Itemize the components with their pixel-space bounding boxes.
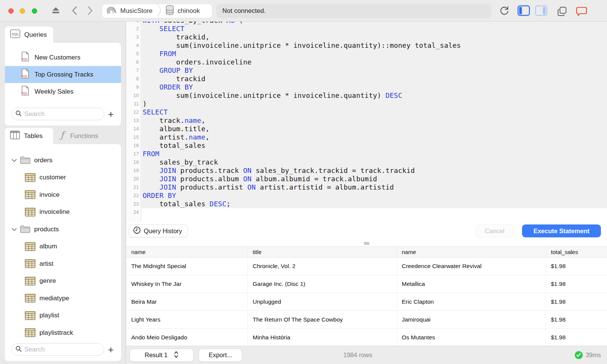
results-cell[interactable]: $1.98 — [546, 257, 607, 275]
results-cell[interactable]: $1.98 — [546, 311, 607, 328]
results-cell[interactable]: Os Mutantes — [397, 329, 546, 346]
code-line[interactable]: 6 orders.invoiceline — [126, 58, 607, 66]
results-cell[interactable]: Ando Meio Desligado — [126, 329, 248, 346]
query-history-button[interactable]: Query History — [129, 224, 188, 237]
results-cell[interactable]: Beira Mar — [126, 293, 248, 311]
results-cell[interactable]: $1.98 — [546, 293, 607, 311]
refresh-button[interactable] — [499, 5, 510, 16]
minimize-window-button[interactable] — [20, 8, 25, 14]
line-number: 2 — [126, 25, 139, 33]
results-cell[interactable]: The Midnight Special — [126, 257, 248, 275]
tree-table-row[interactable]: invoice — [5, 186, 121, 204]
tree-table-row[interactable]: invoiceline — [5, 204, 121, 221]
code-line[interactable]: 3 trackid, — [126, 33, 607, 41]
queries-tab[interactable]: SQL Queries — [5, 27, 53, 43]
code-line[interactable]: 1WITH sales_by_track AS ( — [126, 22, 607, 25]
code-line[interactable]: 4 sum(invoiceline.unitprice * invoicelin… — [126, 41, 607, 50]
results-cell[interactable]: Chronicle, Vol. 2 — [248, 257, 397, 275]
eject-icon[interactable] — [51, 5, 61, 15]
code-line[interactable]: 16 total_sales — [126, 141, 607, 150]
query-list-item[interactable]: SQLWeekly Sales — [5, 83, 121, 100]
line-number: 19 — [126, 166, 139, 175]
code-line[interactable]: 17FROM — [126, 150, 607, 158]
results-column-header[interactable]: name — [126, 247, 248, 257]
query-list-item[interactable]: SQLNew Customers — [5, 49, 121, 66]
code-line[interactable]: 5 FROM — [126, 50, 607, 58]
functions-tab[interactable]: ƒ Functions — [53, 128, 112, 144]
results-cell[interactable]: Unplugged — [248, 293, 397, 311]
code-line[interactable]: 24 — [126, 208, 607, 217]
feedback-bubble-button[interactable] — [576, 6, 587, 17]
code-line[interactable]: 21 JOIN products.artist ON artist.artist… — [126, 183, 607, 191]
tree-table-row[interactable]: genre — [5, 273, 121, 290]
back-button[interactable] — [71, 5, 79, 16]
results-row[interactable]: Whiskey In The JarGarage Inc. (Disc 1)Me… — [126, 275, 607, 293]
export-button[interactable]: Export... — [199, 349, 242, 362]
result-selector[interactable]: Result 1 — [130, 349, 193, 362]
tables-tab[interactable]: Tables — [5, 128, 53, 144]
queries-search-field[interactable] — [11, 108, 104, 120]
results-row[interactable]: Beira MarUnpluggedEric Clapton$1.98 — [126, 293, 607, 311]
forward-button[interactable] — [86, 5, 94, 16]
splitter-handle[interactable] — [364, 242, 370, 245]
code-line[interactable]: 8 trackid — [126, 75, 607, 83]
results-cell[interactable]: $1.98 — [546, 275, 607, 293]
results-column-header[interactable]: total_sales — [546, 247, 607, 257]
code-text: trackid — [142, 75, 607, 83]
code-line[interactable]: 2 SELECT — [126, 25, 607, 33]
tree-table-row[interactable]: playlist — [5, 307, 121, 325]
code-line[interactable]: 14 album.title, — [126, 125, 607, 133]
code-line[interactable]: 18 sales_by_track — [126, 158, 607, 166]
results-cell[interactable]: Eric Clapton — [397, 293, 546, 311]
results-row[interactable]: Ando Meio DesligadoMinha HistóriaOs Muta… — [126, 329, 607, 346]
tree-group-row[interactable]: orders — [5, 152, 121, 169]
tables-search-field[interactable] — [11, 343, 104, 356]
code-line[interactable]: 23 total_sales DESC; — [126, 200, 607, 208]
code-line[interactable]: 15 artist.name, — [126, 133, 607, 141]
breadcrumb-server[interactable]: MusicStore — [106, 5, 153, 17]
tree-table-row[interactable]: customer — [5, 169, 121, 187]
query-list-item[interactable]: SQLTop Grossing Tracks — [5, 66, 121, 83]
toggle-left-sidebar-button[interactable] — [517, 5, 530, 16]
cancel-button[interactable]: Cancel — [476, 224, 514, 237]
results-cell[interactable]: The Return Of The Space Cowboy — [248, 311, 397, 328]
results-row[interactable]: Light YearsThe Return Of The Space Cowbo… — [126, 311, 607, 329]
code-line[interactable]: 13 track.name, — [126, 116, 607, 125]
breadcrumb-database[interactable]: chinook — [165, 5, 200, 17]
results-cell[interactable]: Creedence Clearwater Revival — [397, 257, 546, 275]
tree-table-row[interactable]: artist — [5, 255, 121, 273]
zoom-window-button[interactable] — [32, 8, 37, 14]
code-line[interactable]: 22ORDER BY — [126, 191, 607, 200]
results-cell[interactable]: $1.98 — [546, 329, 607, 346]
code-line[interactable]: 19 JOIN products.track ON sales_by_track… — [126, 166, 607, 175]
results-cell[interactable]: Garage Inc. (Disc 1) — [248, 275, 397, 293]
tables-search-input[interactable] — [24, 346, 104, 353]
tree-group-row[interactable]: products — [5, 221, 121, 238]
results-cell[interactable]: Whiskey In The Jar — [126, 275, 248, 293]
results-column-header[interactable]: name — [397, 247, 546, 257]
add-table-button[interactable]: + — [104, 344, 117, 355]
code-line[interactable]: 10 sum(invoiceline.unitprice * invoiceli… — [126, 91, 607, 100]
tree-table-row[interactable]: mediatype — [5, 290, 121, 307]
results-cell[interactable]: Minha História — [248, 329, 397, 346]
results-cell[interactable]: Metallica — [397, 275, 546, 293]
results-splitter[interactable] — [126, 240, 607, 246]
queries-search-input[interactable] — [24, 110, 104, 118]
duplicate-window-button[interactable] — [557, 6, 568, 17]
results-row[interactable]: The Midnight SpecialChronicle, Vol. 2Cre… — [126, 257, 607, 275]
toggle-right-sidebar-button[interactable] — [535, 5, 547, 16]
code-line[interactable]: 11) — [126, 100, 607, 108]
code-line[interactable]: 7 GROUP BY — [126, 66, 607, 75]
results-cell[interactable]: Light Years — [126, 311, 248, 328]
add-query-button[interactable]: + — [104, 108, 117, 120]
tree-table-row[interactable]: album — [5, 238, 121, 256]
code-line[interactable]: 9 ORDER BY — [126, 83, 607, 91]
sql-editor[interactable]: 1WITH sales_by_track AS (2 SELECT3 track… — [126, 22, 607, 222]
code-line[interactable]: 12SELECT — [126, 108, 607, 116]
code-line[interactable]: 20 JOIN products.album ON album.albumid … — [126, 175, 607, 183]
execute-statement-button[interactable]: Execute Statement — [522, 224, 601, 237]
close-window-button[interactable] — [8, 8, 14, 14]
titlebar: MusicStore chinook Not connected. — [0, 0, 607, 22]
results-column-header[interactable]: title — [248, 247, 397, 257]
results-cell[interactable]: Jamiroquai — [397, 311, 546, 328]
